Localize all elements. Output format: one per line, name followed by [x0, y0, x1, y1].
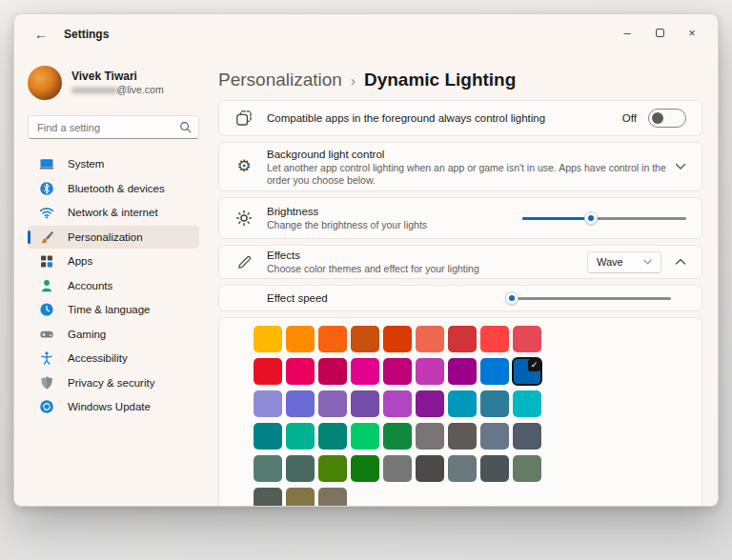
- color-swatch[interactable]: [448, 423, 477, 450]
- color-swatch[interactable]: [513, 455, 541, 482]
- color-swatch[interactable]: [351, 326, 379, 352]
- sidebar-item-label: Time & language: [68, 304, 151, 315]
- minimize-button[interactable]: –: [611, 20, 643, 45]
- color-swatch[interactable]: [351, 358, 379, 385]
- color-swatch[interactable]: [254, 326, 282, 352]
- color-swatch[interactable]: [383, 390, 412, 417]
- accessibility-icon: [39, 350, 54, 366]
- color-swatch[interactable]: [286, 358, 315, 385]
- color-swatch[interactable]: [383, 455, 412, 482]
- color-swatch[interactable]: [448, 358, 477, 385]
- sidebar-item-bluetooth[interactable]: Bluetooth & devices: [28, 177, 199, 200]
- color-swatch[interactable]: [318, 326, 347, 352]
- color-swatch[interactable]: [383, 423, 412, 450]
- color-swatch[interactable]: [318, 423, 347, 450]
- color-swatch[interactable]: [254, 488, 282, 507]
- color-swatch[interactable]: [286, 326, 315, 352]
- color-swatch[interactable]: [480, 326, 509, 352]
- background-control-title: Background light control: [267, 148, 675, 162]
- wifi-icon: [39, 205, 54, 220]
- color-swatch[interactable]: [286, 423, 315, 450]
- chevron-down-icon[interactable]: [675, 163, 686, 170]
- effect-speed-slider[interactable]: [509, 290, 671, 306]
- color-swatch[interactable]: [448, 326, 477, 352]
- color-swatch[interactable]: [351, 455, 379, 482]
- chevron-up-icon[interactable]: [675, 258, 686, 266]
- background-control-card[interactable]: ⚙ Background light control Let another a…: [218, 142, 702, 191]
- slider-fill: [522, 217, 591, 220]
- color-swatch[interactable]: [351, 423, 379, 450]
- sidebar-item-personalization[interactable]: Personalization: [28, 226, 199, 249]
- color-swatch[interactable]: [254, 358, 282, 385]
- breadcrumb-parent[interactable]: Personalization: [218, 70, 342, 90]
- color-swatch[interactable]: [351, 390, 379, 417]
- color-swatch[interactable]: [513, 390, 541, 417]
- effects-dropdown[interactable]: Wave: [587, 251, 661, 273]
- user-email: xxxxxxxxxx@live.com: [71, 84, 164, 96]
- sidebar-item-label: Bluetooth & devices: [68, 183, 165, 194]
- back-button[interactable]: ←: [30, 24, 52, 45]
- titlebar: ← Settings – ×: [14, 14, 718, 58]
- color-swatch[interactable]: [480, 358, 509, 385]
- color-swatch[interactable]: [448, 455, 477, 482]
- breadcrumb-separator-icon: ›: [351, 72, 356, 89]
- maximize-icon: [656, 29, 664, 37]
- color-swatch[interactable]: [318, 488, 347, 507]
- slider-knob[interactable]: [584, 211, 598, 225]
- search-icon: [179, 121, 192, 133]
- color-swatch[interactable]: [480, 455, 509, 482]
- paintbrush-icon: [39, 230, 54, 245]
- close-button[interactable]: ×: [676, 20, 708, 45]
- color-swatch[interactable]: [416, 423, 444, 450]
- color-swatch[interactable]: [254, 455, 282, 482]
- color-swatch[interactable]: [448, 390, 477, 417]
- sidebar-item-network[interactable]: Network & internet: [28, 201, 199, 224]
- color-swatch[interactable]: [480, 423, 509, 450]
- gamepad-icon: [39, 327, 54, 342]
- maximize-button[interactable]: [643, 20, 676, 45]
- sidebar-item-time-language[interactable]: Time & language: [28, 298, 199, 321]
- search-input[interactable]: [28, 115, 199, 139]
- color-swatch[interactable]: [286, 390, 315, 417]
- background-control-description: Let another app control lighting when an…: [267, 162, 667, 187]
- slider-knob[interactable]: [505, 291, 518, 305]
- color-swatch[interactable]: [286, 455, 315, 482]
- sidebar-item-label: Windows Update: [68, 401, 151, 412]
- slider-track[interactable]: [509, 297, 671, 300]
- sidebar-item-accounts[interactable]: Accounts: [28, 274, 199, 297]
- color-swatch[interactable]: [318, 390, 347, 417]
- sidebar-item-windows-update[interactable]: Windows Update: [28, 395, 199, 418]
- page-title: Dynamic Lighting: [364, 70, 516, 90]
- color-swatch[interactable]: [254, 423, 282, 450]
- breadcrumb: Personalization › Dynamic Lighting: [218, 70, 702, 90]
- sidebar-item-apps[interactable]: Apps: [28, 250, 199, 272]
- avatar: [28, 66, 62, 100]
- color-swatch[interactable]: [480, 390, 509, 417]
- color-swatch[interactable]: [416, 390, 444, 417]
- sidebar-item-accessibility[interactable]: Accessibility: [28, 347, 199, 370]
- sidebar-item-gaming[interactable]: Gaming: [28, 323, 199, 346]
- update-icon: [39, 399, 54, 414]
- color-swatch[interactable]: [416, 326, 444, 352]
- foreground-control-label: Compatible apps in the foreground always…: [267, 111, 622, 126]
- color-swatch[interactable]: [318, 455, 347, 482]
- effects-description: Choose color themes and effect for your …: [267, 263, 587, 275]
- color-swatch[interactable]: [318, 358, 347, 385]
- sidebar-item-privacy[interactable]: Privacy & security: [28, 371, 199, 394]
- color-swatch[interactable]: [416, 455, 444, 482]
- brightness-slider[interactable]: [522, 210, 686, 226]
- compatible-apps-icon: [234, 110, 254, 127]
- color-swatch[interactable]: [416, 358, 444, 385]
- color-swatch[interactable]: [254, 390, 282, 417]
- color-swatch[interactable]: [513, 326, 541, 352]
- color-swatch[interactable]: [286, 488, 315, 507]
- color-swatch[interactable]: [383, 326, 412, 352]
- foreground-control-toggle[interactable]: [648, 109, 686, 128]
- effects-dropdown-value: Wave: [597, 256, 623, 268]
- system-icon: [39, 156, 54, 171]
- color-swatch[interactable]: [513, 423, 541, 450]
- user-profile[interactable]: Vivek Tiwari xxxxxxxxxx@live.com: [28, 62, 199, 104]
- color-swatch[interactable]: ✓: [513, 358, 541, 385]
- color-swatch[interactable]: [383, 358, 412, 385]
- sidebar-item-system[interactable]: System: [28, 152, 199, 175]
